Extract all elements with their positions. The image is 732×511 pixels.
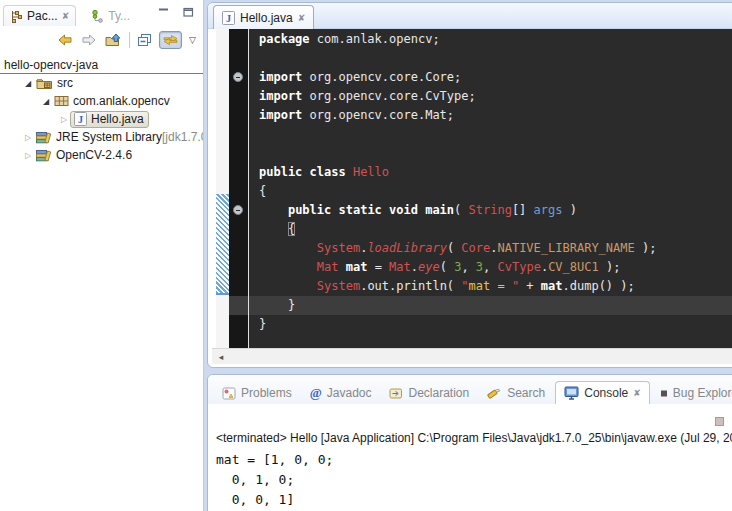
back-button[interactable] xyxy=(56,32,74,48)
code-line-15: } xyxy=(249,296,732,315)
expanded-arrow-icon[interactable]: ◢ xyxy=(22,79,34,88)
bottom-tab-label: Search xyxy=(507,386,545,400)
java-file-icon: J xyxy=(222,11,235,25)
scroll-left-arrow-icon[interactable]: ◂ xyxy=(214,350,228,364)
library-icon xyxy=(36,131,52,144)
code-line-4: import org.opencv.core.CvType; xyxy=(259,87,732,106)
collapse-all-button[interactable] xyxy=(136,32,153,48)
console-output-line: 0, 0, 1] xyxy=(216,490,732,510)
console-output[interactable]: mat = [1, 0, 0; 0, 1, 0; 0, 0, 1] xyxy=(216,450,732,510)
editor-panel: J Hello.java ✘ package com.anlak.opencv;… xyxy=(207,2,732,368)
tree-item-opencv-2-4-6[interactable]: ▷OpenCV-2.4.6 xyxy=(0,146,203,164)
bottom-tab-javadoc[interactable]: @Javadoc xyxy=(302,382,380,404)
console-view: <terminated> Hello [Java Application] C:… xyxy=(208,404,732,511)
console-icon xyxy=(564,386,579,400)
maximize-icon xyxy=(183,7,194,17)
bottom-tab-console[interactable]: Console✘ xyxy=(555,381,650,404)
tree-item-com-anlak-opencv[interactable]: ◢com.anlak.opencv xyxy=(0,92,203,110)
tree-item-project[interactable]: hello-opencv-java xyxy=(0,56,203,74)
selected-tree-item: JHello.java xyxy=(70,111,149,128)
code-line-14: System.out.println( "mat = " + mat.dump(… xyxy=(259,277,732,296)
bottom-tab-label: Javadoc xyxy=(327,386,372,400)
view-menu-button[interactable]: ▽ xyxy=(188,39,197,41)
tree-item-decorator: [jdk1.7.0 xyxy=(162,130,203,144)
code-line-5: import org.opencv.core.Mat; xyxy=(259,106,732,125)
bottom-tab-search[interactable]: Search xyxy=(479,382,553,404)
code-line-2 xyxy=(259,49,732,68)
console-status-line: <terminated> Hello [Java Application] C:… xyxy=(216,431,732,445)
view-tab-label: Pac... xyxy=(27,9,58,23)
bottom-tab-declaration[interactable]: Declaration xyxy=(381,382,477,404)
svg-text:J: J xyxy=(78,114,83,125)
tree-item-hello-java[interactable]: ▷JHello.java xyxy=(0,110,203,128)
bug-square-icon xyxy=(660,389,668,398)
horizontal-scrollbar[interactable]: ◂ xyxy=(212,348,732,364)
code-line-9: { xyxy=(259,182,732,201)
collapsed-arrow-icon[interactable]: ▷ xyxy=(22,133,34,142)
bottom-tab-label: Console xyxy=(584,386,628,400)
code-line-10: public static void main( String[] args ) xyxy=(259,201,732,220)
view-tab-pac[interactable]: Pac...✘ xyxy=(3,5,76,26)
code-line-16: } xyxy=(259,315,732,334)
forward-arrow-icon xyxy=(81,33,97,47)
code-line-8: public class Hello xyxy=(259,163,732,182)
link-with-editor-button[interactable] xyxy=(159,31,182,49)
minimize-icon xyxy=(158,7,169,17)
close-icon[interactable]: ✘ xyxy=(633,388,641,398)
toolbar-separator xyxy=(129,32,130,48)
bottom-tab-bug-explorer[interactable]: Bug Explorer xyxy=(652,382,732,404)
code-line-12: System.loadLibrary( Core.NATIVE_LIBRARY_… xyxy=(259,239,732,258)
method-range-indicator xyxy=(216,194,229,295)
tree-item-label: OpenCV-2.4.6 xyxy=(56,148,132,162)
type-hierarchy-icon xyxy=(91,9,104,23)
view-tab-label: Ty... xyxy=(108,9,130,23)
console-output-line: 0, 1, 0; xyxy=(216,470,732,490)
forward-button[interactable] xyxy=(80,32,98,48)
package-explorer-tab-bar: Pac...✘Ty... xyxy=(3,2,137,26)
bottom-tab-label: Declaration xyxy=(408,386,469,400)
up-folder-icon xyxy=(105,33,122,47)
eclipse-window: Pac...✘Ty... ▽ hello-opencv-java ◢src◢co… xyxy=(0,0,732,511)
tree-item-src[interactable]: ◢src xyxy=(0,74,203,92)
library-icon xyxy=(36,149,52,162)
java-file-icon: J xyxy=(74,112,87,126)
tree-item-label: com.anlak.opencv xyxy=(73,94,170,108)
package-folder-icon xyxy=(36,77,53,90)
close-icon[interactable]: ✘ xyxy=(62,11,70,21)
code-line-6 xyxy=(259,125,732,144)
search-icon xyxy=(487,386,502,400)
close-icon[interactable]: ✘ xyxy=(298,13,306,23)
code-area[interactable]: package com.anlak.opencv;import org.open… xyxy=(249,29,732,348)
code-line-1: package com.anlak.opencv; xyxy=(259,30,732,49)
project-tree: hello-opencv-java ◢src◢com.anlak.opencv▷… xyxy=(0,56,203,164)
declaration-icon xyxy=(389,387,403,400)
current-line-gutter-highlight xyxy=(229,296,248,315)
package-icon xyxy=(54,95,69,107)
view-tab-ty[interactable]: Ty... xyxy=(84,5,137,26)
collapse-all-icon xyxy=(137,33,152,47)
console-toolbar-button[interactable] xyxy=(715,417,724,426)
tree-item-label: JRE System Library xyxy=(56,130,162,144)
editor-tab-hello-java[interactable]: J Hello.java ✘ xyxy=(213,5,314,29)
collapsed-arrow-icon[interactable]: ▷ xyxy=(58,115,70,124)
fold-collapse-icon[interactable] xyxy=(233,72,243,82)
tree-item-jre-system-library[interactable]: ▷JRE System Library [jdk1.7.0 xyxy=(0,128,203,146)
minimize-button[interactable] xyxy=(157,6,170,18)
expanded-arrow-icon[interactable]: ◢ xyxy=(40,97,52,106)
bottom-tab-bar: Problems@JavadocDeclarationSearchConsole… xyxy=(208,375,732,404)
code-line-11: { xyxy=(259,220,732,239)
editor-tab-bar: J Hello.java ✘ xyxy=(208,3,732,29)
bottom-tab-problems[interactable]: Problems xyxy=(214,382,300,404)
maximize-button[interactable] xyxy=(182,6,195,18)
fold-collapse-icon[interactable] xyxy=(233,205,243,215)
code-line-13: Mat mat = Mat.eye( 3, 3, CvType.CV_8UC1 … xyxy=(259,258,732,277)
bottom-tab-label: Problems xyxy=(241,386,292,400)
package-explorer-icon xyxy=(10,10,23,23)
code-line-3: import org.opencv.core.Core; xyxy=(259,68,732,87)
go-up-button[interactable] xyxy=(104,32,123,48)
folding-gutter xyxy=(229,29,248,348)
collapsed-arrow-icon[interactable]: ▷ xyxy=(22,151,34,160)
code-line-7 xyxy=(259,144,732,163)
bottom-tab-label: Bug Explorer xyxy=(673,386,732,400)
console-output-line: mat = [1, 0, 0; xyxy=(216,450,732,470)
